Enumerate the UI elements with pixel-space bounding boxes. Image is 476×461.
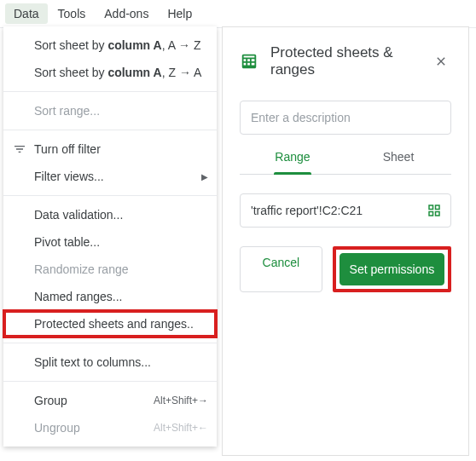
label: Data validation... bbox=[34, 208, 123, 222]
shortcut: Alt+Shift+→ bbox=[154, 395, 208, 406]
close-button[interactable] bbox=[431, 51, 451, 72]
menu-addons[interactable]: Add-ons bbox=[96, 3, 157, 24]
menu-turn-off-filter[interactable]: Turn off filter bbox=[3, 135, 217, 163]
data-dropdown: Sort sheet by column A, A → Z Sort sheet… bbox=[3, 26, 217, 447]
label: Split text to columns... bbox=[34, 355, 151, 369]
range-input[interactable] bbox=[240, 193, 451, 228]
grid-icon bbox=[427, 203, 442, 218]
menu-sort-az[interactable]: Sort sheet by column A, A → Z bbox=[3, 32, 217, 59]
label: Sort sheet by column A, A → Z bbox=[34, 38, 201, 52]
label: Ungroup bbox=[34, 421, 80, 435]
menu-tools[interactable]: Tools bbox=[49, 3, 95, 24]
menu-protected-sheets[interactable]: Protected sheets and ranges.. bbox=[3, 310, 217, 337]
set-permissions-button[interactable]: Set permissions bbox=[340, 253, 444, 285]
menu-named-ranges[interactable]: Named ranges... bbox=[3, 283, 217, 310]
menu-help[interactable]: Help bbox=[159, 3, 200, 24]
label: Group bbox=[34, 394, 67, 407]
menu-sort-range: Sort range... bbox=[3, 97, 217, 124]
sheets-icon bbox=[240, 52, 258, 71]
panel-title: Protected sheets & ranges bbox=[270, 44, 419, 78]
menubar: Data Tools Add-ons Help bbox=[0, 0, 476, 28]
separator bbox=[3, 195, 217, 196]
separator bbox=[3, 91, 217, 92]
description-input[interactable] bbox=[240, 101, 451, 135]
shortcut: Alt+Shift+← bbox=[154, 422, 208, 434]
label: Filter views... bbox=[34, 170, 104, 183]
select-range-button[interactable] bbox=[426, 202, 443, 219]
menu-pivot-table[interactable]: Pivot table... bbox=[3, 228, 217, 256]
cancel-button[interactable]: Cancel bbox=[240, 246, 322, 292]
menu-filter-views[interactable]: Filter views... ▶ bbox=[3, 163, 217, 190]
label: Turn off filter bbox=[34, 142, 101, 156]
set-permissions-highlight: Set permissions bbox=[333, 246, 451, 292]
tab-range[interactable]: Range bbox=[240, 150, 345, 174]
tab-sheet[interactable]: Sheet bbox=[345, 150, 451, 174]
menu-data-validation[interactable]: Data validation... bbox=[3, 201, 217, 228]
separator bbox=[3, 343, 217, 343]
tabs: Range Sheet bbox=[240, 150, 451, 175]
separator bbox=[3, 130, 217, 130]
panel-header: Protected sheets & ranges bbox=[240, 44, 451, 78]
menu-ungroup: Ungroup Alt+Shift+← bbox=[3, 414, 217, 441]
label: Sort range... bbox=[34, 104, 100, 118]
filter-icon bbox=[12, 141, 27, 157]
range-field bbox=[240, 193, 451, 228]
label: Sort sheet by column A, Z → A bbox=[34, 66, 201, 79]
label: Randomize range bbox=[34, 262, 129, 276]
label: Protected sheets and ranges.. bbox=[34, 317, 194, 331]
menu-split-text[interactable]: Split text to columns... bbox=[3, 349, 217, 376]
protected-sheets-panel: Protected sheets & ranges Range Sheet Ca… bbox=[222, 26, 469, 456]
close-icon bbox=[434, 55, 448, 68]
separator bbox=[3, 381, 217, 382]
menu-sort-za[interactable]: Sort sheet by column A, Z → A bbox=[3, 59, 217, 86]
label: Pivot table... bbox=[34, 235, 100, 249]
menu-data[interactable]: Data bbox=[5, 3, 48, 24]
submenu-arrow-icon: ▶ bbox=[201, 172, 208, 182]
menu-randomize-range: Randomize range bbox=[3, 256, 217, 283]
menu-group[interactable]: Group Alt+Shift+→ bbox=[3, 387, 217, 414]
button-row: Cancel Set permissions bbox=[240, 246, 451, 292]
label: Named ranges... bbox=[34, 290, 123, 303]
